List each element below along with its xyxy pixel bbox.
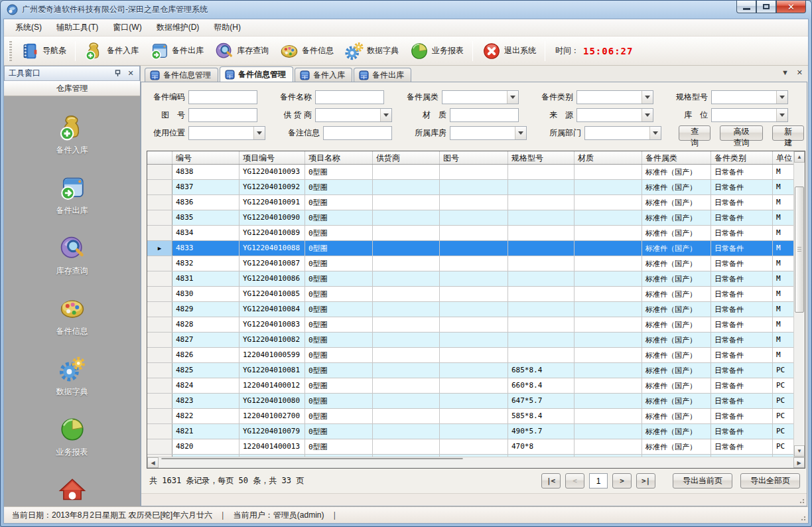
tab-list-dropdown-icon[interactable]: ▼ bbox=[781, 69, 789, 76]
header-cell[interactable]: 项目编号 bbox=[239, 151, 305, 164]
sidebar-item-stock-query[interactable]: 库存查询 bbox=[4, 234, 140, 277]
table-row[interactable]: 4838YG122040100930型圈标准件（国产）日常备件M bbox=[147, 165, 793, 180]
header-cell[interactable]: 图号 bbox=[440, 151, 508, 164]
row-selector-cell[interactable] bbox=[147, 302, 172, 317]
header-cell[interactable]: 项目名称 bbox=[305, 151, 373, 164]
row-selector-cell[interactable] bbox=[147, 317, 172, 332]
drawing-no-input[interactable] bbox=[188, 108, 257, 122]
menu-item-4[interactable]: 数据维护(D) bbox=[149, 19, 207, 36]
table-row[interactable]: 482012204014000130型圈470*8标准件（国产）日常备件PC bbox=[147, 439, 793, 455]
sidebar-item-parts-out[interactable]: 备件出库 bbox=[4, 174, 140, 216]
sidebar-item-parts-in[interactable]: 备件入库 bbox=[4, 113, 140, 156]
row-selector-cell[interactable] bbox=[147, 180, 172, 194]
toolbar-button-report[interactable]: 业务报表 bbox=[404, 38, 469, 64]
table-row[interactable]: 4830YG122040100850型圈标准件（国产）日常备件M bbox=[147, 287, 793, 302]
next-page-button[interactable]: > bbox=[612, 473, 632, 489]
table-row[interactable]: 4825YG122040100810型圈685*8.4标准件（国产）日常备件PC bbox=[147, 363, 793, 378]
vertical-scroll-track[interactable] bbox=[794, 163, 805, 445]
table-row[interactable]: 482612204010005990型圈标准件（国产）日常备件M bbox=[147, 348, 793, 363]
table-row[interactable]: 4829YG122040100840型圈标准件（国产）日常备件M bbox=[147, 302, 793, 317]
row-selector-cell[interactable] bbox=[147, 424, 172, 439]
part-type-select[interactable] bbox=[576, 90, 653, 104]
tab-close-icon[interactable]: ✕ bbox=[797, 69, 803, 76]
toolbar-button-data-dict[interactable]: 数据字典 bbox=[339, 38, 404, 64]
header-cell[interactable]: 备件类别 bbox=[711, 151, 773, 164]
material-input[interactable] bbox=[450, 108, 519, 122]
toolbar-button-stock-query[interactable]: 库存查询 bbox=[209, 38, 274, 64]
usage-position-select[interactable] bbox=[188, 126, 265, 140]
advanced-query-button[interactable]: 高级查询 bbox=[720, 125, 764, 141]
sidebar-close-icon[interactable]: ✕ bbox=[126, 69, 135, 78]
table-row[interactable]: 482212204010027000型圈585*8.4标准件（国产）日常备件PC bbox=[147, 409, 793, 424]
tab-3[interactable]: 备件入库 bbox=[295, 68, 352, 82]
horizontal-scrollbar[interactable]: ◀ ▶ bbox=[147, 457, 805, 468]
toolbar-button-parts-info[interactable]: 备件信息 bbox=[274, 38, 339, 64]
table-row[interactable]: 4831YG122040100860型圈标准件（国产）日常备件M bbox=[147, 271, 793, 287]
vertical-scrollbar[interactable]: ▲ ▼ bbox=[793, 151, 805, 457]
menu-item-2[interactable]: 辅助工具(T) bbox=[49, 19, 105, 36]
toolbar-button-navigator[interactable]: 导航条 bbox=[15, 38, 72, 64]
table-row[interactable]: ▶4833YG122040100880型圈标准件（国产）日常备件M bbox=[147, 241, 793, 256]
export-all-pages-button[interactable]: 导出全部页 bbox=[740, 473, 800, 489]
pin-icon[interactable] bbox=[113, 69, 122, 78]
header-cell[interactable]: 规格型号 bbox=[508, 151, 575, 164]
header-cell[interactable]: 备件属类 bbox=[642, 151, 711, 164]
horizontal-scroll-thumb[interactable] bbox=[161, 458, 463, 459]
row-selector-cell[interactable] bbox=[147, 287, 172, 301]
sidebar-item-report[interactable]: 业务报表 bbox=[4, 415, 140, 458]
maximize-button[interactable] bbox=[756, 1, 776, 13]
page-number-input[interactable] bbox=[589, 473, 608, 489]
table-row[interactable]: 4821YG122040100790型圈490*5.7标准件（国产）日常备件PC bbox=[147, 424, 793, 439]
spec-model-select[interactable] bbox=[711, 90, 788, 104]
horizontal-scroll-track[interactable] bbox=[159, 457, 793, 468]
table-row[interactable]: 4832YG122040100870型圈标准件（国产）日常备件M bbox=[147, 256, 793, 271]
row-selector-cell[interactable] bbox=[147, 256, 172, 271]
header-cell[interactable]: 编号 bbox=[172, 151, 239, 164]
row-selector-cell[interactable]: ▶ bbox=[147, 241, 172, 256]
menu-item-1[interactable]: 系统(S) bbox=[8, 19, 49, 36]
part-category-select[interactable] bbox=[442, 90, 519, 104]
menu-item-3[interactable]: 窗口(W) bbox=[105, 19, 149, 36]
table-row[interactable]: 4834YG122040100890型圈标准件（国产）日常备件M bbox=[147, 226, 793, 241]
header-cell[interactable]: 单位 bbox=[773, 151, 793, 164]
close-button[interactable]: ✕ bbox=[776, 1, 806, 13]
table-row[interactable]: 4823YG122040100800型圈647*5.7标准件（国产）日常备件PC bbox=[147, 394, 793, 409]
query-button[interactable]: 查询 bbox=[679, 125, 710, 141]
row-selector-cell[interactable] bbox=[147, 271, 172, 286]
table-row[interactable]: 4828YG122040100830型圈标准件（国产）日常备件M bbox=[147, 317, 793, 333]
menu-item-5[interactable]: 帮助(H) bbox=[206, 19, 248, 36]
row-selector-cell[interactable] bbox=[147, 195, 172, 210]
toolbar-button-parts-out[interactable]: 备件出库 bbox=[144, 38, 209, 64]
tab-1[interactable]: 备件信息管理 bbox=[145, 68, 218, 82]
table-row[interactable]: 482412204014000120型圈660*8.4标准件（国产）日常备件PC bbox=[147, 378, 793, 394]
sidebar-item-parts-info[interactable]: 备件信息 bbox=[4, 295, 140, 337]
tab-2[interactable]: 备件信息管理 bbox=[220, 66, 293, 82]
location-select[interactable] bbox=[711, 108, 788, 122]
row-selector-cell[interactable] bbox=[147, 348, 172, 362]
row-selector-cell[interactable] bbox=[147, 394, 172, 408]
toolbar-button-parts-in[interactable]: 备件入库 bbox=[79, 38, 144, 64]
part-name-input[interactable] bbox=[315, 90, 384, 104]
row-selector-cell[interactable] bbox=[147, 439, 172, 454]
sidebar-item-warehouse[interactable]: 库房管理 bbox=[4, 476, 140, 506]
scroll-right-icon[interactable]: ▶ bbox=[793, 457, 805, 468]
part-code-input[interactable] bbox=[188, 90, 257, 104]
scroll-left-icon[interactable]: ◀ bbox=[147, 457, 159, 468]
new-button[interactable]: 新建 bbox=[772, 125, 804, 141]
header-cell[interactable]: 供货商 bbox=[373, 151, 440, 164]
table-row[interactable]: 4837YG122040100920型圈标准件（国产）日常备件M bbox=[147, 180, 793, 195]
row-selector-cell[interactable] bbox=[147, 378, 172, 393]
row-selector-cell[interactable] bbox=[147, 226, 172, 240]
remark-input[interactable] bbox=[323, 126, 392, 140]
row-selector-cell[interactable] bbox=[147, 333, 172, 347]
owner-warehouse-select[interactable] bbox=[450, 126, 527, 140]
first-page-button[interactable]: |< bbox=[541, 473, 561, 489]
scroll-up-icon[interactable]: ▲ bbox=[794, 151, 805, 163]
row-selector-cell[interactable] bbox=[147, 210, 172, 225]
table-row[interactable]: 4835YG122040100900型圈标准件（国产）日常备件M bbox=[147, 210, 793, 226]
source-select[interactable] bbox=[576, 108, 653, 122]
row-selector-cell[interactable] bbox=[147, 409, 172, 423]
export-current-page-button[interactable]: 导出当前页 bbox=[673, 473, 732, 489]
window-resize-grip[interactable] bbox=[799, 514, 806, 521]
sidebar-item-data-dict[interactable]: 数据字典 bbox=[4, 355, 140, 398]
